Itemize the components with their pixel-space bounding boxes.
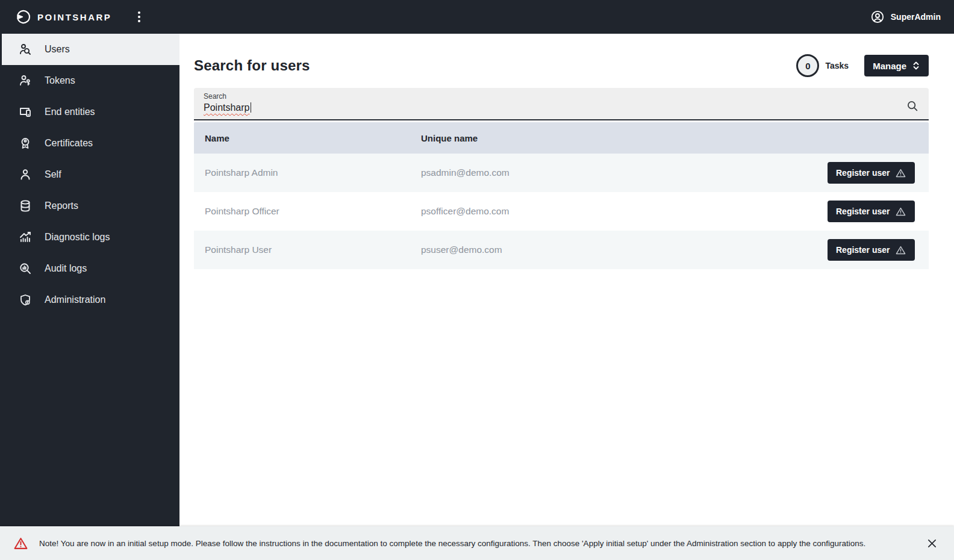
warning-triangle-icon: [895, 206, 906, 217]
kebab-menu-icon[interactable]: [133, 8, 145, 26]
sidebar-item-label: Audit logs: [45, 263, 87, 274]
register-user-label: Register user: [836, 245, 890, 255]
top-bar: POINTSHARP SuperAdmin: [0, 0, 954, 34]
warning-triangle-icon: [895, 167, 906, 179]
sidebar-item-label: End entities: [45, 107, 95, 117]
users-search-icon: [18, 42, 33, 57]
person-icon: [18, 167, 33, 182]
column-header-name: Name: [194, 133, 421, 143]
column-header-unique-name: Unique name: [421, 133, 828, 143]
devices-icon: [18, 105, 33, 119]
sidebar: Users Tokens End entities: [0, 34, 179, 526]
sidebar-item-label: Self: [45, 169, 61, 180]
search-icon[interactable]: [906, 99, 919, 113]
user-menu[interactable]: SuperAdmin: [870, 10, 941, 24]
sidebar-item-label: Reports: [45, 201, 78, 211]
setup-notice-text: Note! You are now in an initial setup mo…: [39, 539, 916, 548]
unfold-more-icon: [912, 61, 920, 70]
magnifier-chart-icon: [18, 261, 33, 276]
sidebar-item-reports[interactable]: Reports: [0, 190, 179, 222]
register-user-button[interactable]: Register user: [828, 201, 915, 222]
table-row[interactable]: Pointsharp User psuser@demo.com Register…: [194, 231, 929, 269]
sidebar-item-label: Tokens: [45, 75, 75, 86]
sidebar-item-self[interactable]: Self: [0, 159, 179, 190]
close-icon[interactable]: [923, 535, 941, 552]
user-unique-name-cell: psofficer@demo.com: [421, 206, 828, 217]
search-input-value: Pointsharp: [204, 102, 251, 113]
sidebar-item-certificates[interactable]: Certificates: [0, 128, 179, 159]
brand-name: POINTSHARP: [37, 12, 111, 22]
tasks-label: Tasks: [825, 61, 849, 70]
sidebar-item-label: Administration: [45, 294, 105, 305]
shield-gear-icon: [18, 293, 33, 307]
table-row[interactable]: Pointsharp Admin psadmin@demo.com Regist…: [194, 154, 929, 192]
tokens-icon: [18, 73, 33, 88]
sidebar-item-tokens[interactable]: Tokens: [0, 65, 179, 96]
manage-button-label: Manage: [873, 61, 906, 71]
pointsharp-logo-icon: [16, 9, 31, 25]
user-name-cell: Pointsharp User: [194, 244, 421, 255]
user-name-cell: Pointsharp Admin: [194, 167, 421, 178]
manage-button[interactable]: Manage: [864, 55, 929, 76]
sidebar-item-audit-logs[interactable]: Audit logs: [0, 253, 179, 284]
database-icon: [18, 199, 33, 213]
user-unique-name-cell: psadmin@demo.com: [421, 167, 828, 178]
brand[interactable]: POINTSHARP: [16, 9, 111, 25]
register-user-label: Register user: [836, 168, 890, 178]
users-table: Name Unique name Pointsharp Admin psadmi…: [194, 122, 929, 269]
table-header-row: Name Unique name: [194, 122, 929, 154]
sidebar-item-label: Diagnostic logs: [45, 232, 110, 243]
sidebar-item-administration[interactable]: Administration: [0, 284, 179, 316]
search-input[interactable]: Search Pointsharp: [194, 88, 929, 120]
warning-triangle-red-icon: [13, 536, 28, 551]
user-name: SuperAdmin: [891, 12, 941, 22]
chart-trend-icon: [18, 230, 33, 244]
sidebar-item-end-entities[interactable]: End entities: [0, 96, 179, 128]
setup-notice-bar: Note! You are now in an initial setup mo…: [0, 526, 954, 560]
sidebar-item-users[interactable]: Users: [0, 34, 179, 65]
register-user-button[interactable]: Register user: [828, 162, 915, 184]
search-input-label: Search: [204, 92, 251, 101]
register-user-label: Register user: [836, 207, 890, 216]
user-avatar-icon: [870, 10, 885, 24]
sidebar-item-label: Certificates: [45, 138, 93, 149]
warning-triangle-icon: [895, 244, 906, 256]
main-content: Search for users 0 Tasks Manage Search: [179, 34, 954, 526]
user-unique-name-cell: psuser@demo.com: [421, 244, 828, 255]
certificate-badge-icon: [18, 136, 33, 151]
user-name-cell: Pointsharp Officer: [194, 206, 421, 217]
register-user-button[interactable]: Register user: [828, 239, 915, 261]
sidebar-item-label: Users: [45, 44, 70, 55]
table-row[interactable]: Pointsharp Officer psofficer@demo.com Re…: [194, 192, 929, 231]
page-title: Search for users: [194, 57, 310, 74]
tasks-count-badge[interactable]: 0: [796, 54, 819, 77]
sidebar-item-diagnostic-logs[interactable]: Diagnostic logs: [0, 222, 179, 253]
